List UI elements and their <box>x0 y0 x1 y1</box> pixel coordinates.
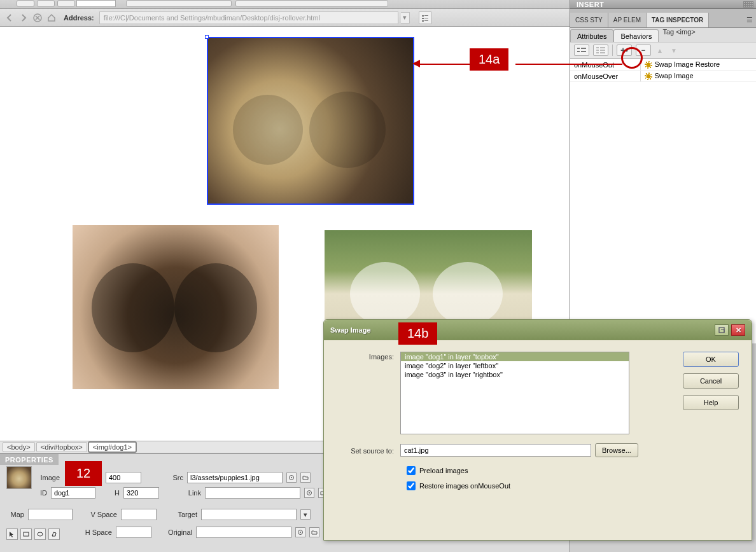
subtab-attributes[interactable]: Attributes <box>570 29 613 42</box>
toolbar-button[interactable] <box>17 0 34 7</box>
toolbar-fragment <box>0 0 570 9</box>
tab-tag-inspector[interactable]: TAG INSPECTOR <box>647 13 709 27</box>
id-label: ID <box>38 489 47 497</box>
target-label: Target <box>169 511 197 518</box>
dialog-close-icon[interactable]: ✕ <box>731 324 745 336</box>
tag-indicator: Tag <img> <box>662 28 695 42</box>
images-label: Images: <box>337 352 400 434</box>
browse-button[interactable]: Browse... <box>595 443 638 457</box>
insert-panel-header[interactable]: INSERT <box>570 0 756 9</box>
svg-rect-5 <box>422 20 424 22</box>
map-label: Map <box>6 511 24 518</box>
list-item[interactable]: image "dog3" in layer "rightbox" <box>401 370 629 379</box>
original-input[interactable] <box>196 527 291 538</box>
dialog-titlebar[interactable]: Swap Image ✕ <box>324 320 752 340</box>
list-item[interactable]: image "dog2" in layer "leftbox" <box>401 361 629 370</box>
move-up-icon[interactable]: ▲ <box>655 47 665 54</box>
view-options-icon[interactable] <box>419 11 431 24</box>
browse-folder-icon[interactable] <box>309 527 319 537</box>
breadcrumb[interactable]: <div#topbox> <box>36 442 87 452</box>
breadcrumb[interactable]: <body> <box>3 442 35 452</box>
dialog-minimize-icon[interactable] <box>715 324 729 336</box>
width-input[interactable] <box>106 472 141 483</box>
panel-grip-icon[interactable] <box>743 1 753 8</box>
preload-checkbox[interactable] <box>407 466 416 475</box>
move-down-icon[interactable]: ▼ <box>669 47 679 54</box>
address-dropdown-icon[interactable]: ▾ <box>401 12 410 24</box>
dialog-button-column: OK Cancel Help <box>683 352 739 410</box>
svg-rect-2 <box>424 15 428 16</box>
svg-rect-25 <box>719 328 724 333</box>
address-input[interactable]: file:///C|/Documents and Settings/mbudim… <box>99 11 398 24</box>
forward-icon[interactable] <box>18 12 29 24</box>
address-label: Address: <box>64 14 94 22</box>
point-to-file-icon[interactable] <box>286 473 297 483</box>
svg-point-14 <box>300 532 301 533</box>
pointer-tool-icon[interactable] <box>6 528 18 540</box>
height-input[interactable] <box>123 487 159 499</box>
behavior-row[interactable]: onMouseOver Swap Image <box>570 71 756 82</box>
hspace-input[interactable] <box>116 527 151 538</box>
tab-css-styles[interactable]: CSS STY <box>570 13 608 27</box>
rect-hotspot-icon[interactable] <box>20 528 32 540</box>
images-listbox[interactable]: image "dog1" in layer "topbox" image "do… <box>400 352 629 434</box>
home-icon[interactable] <box>46 12 57 24</box>
original-label: Original <box>164 528 192 536</box>
link-input[interactable] <box>205 487 300 499</box>
vspace-input[interactable] <box>121 509 157 520</box>
toolbar-button[interactable] <box>37 0 55 7</box>
src-label: Src <box>168 474 183 481</box>
gear-icon <box>645 72 652 80</box>
toolbar-select[interactable] <box>235 0 388 7</box>
annotation-arrowhead <box>412 60 420 67</box>
resize-handle[interactable] <box>205 35 209 39</box>
panel-menu-icon[interactable]: ☰ <box>743 13 756 27</box>
toolbar-select[interactable] <box>76 0 116 7</box>
restore-checkbox[interactable] <box>407 481 416 490</box>
oval-hotspot-icon[interactable] <box>34 528 46 540</box>
behaviors-toolbar: +▾ − ▲ ▼ <box>570 42 756 59</box>
point-to-file-icon[interactable] <box>295 527 305 537</box>
subtab-behaviors[interactable]: Behaviors <box>613 29 659 42</box>
svg-point-12 <box>38 532 43 536</box>
set-source-input[interactable] <box>400 444 591 457</box>
point-to-file-icon[interactable] <box>304 488 314 498</box>
inspector-panel-tabs: CSS STY AP ELEM TAG INSPECTOR ☰ <box>570 13 756 28</box>
back-icon[interactable] <box>4 12 15 24</box>
toolbar-select[interactable] <box>126 0 232 7</box>
src-input[interactable] <box>187 472 283 483</box>
toolbar-button[interactable] <box>57 0 75 7</box>
show-all-events-icon[interactable] <box>593 45 608 56</box>
list-item[interactable]: image "dog1" in layer "topbox" <box>401 352 629 361</box>
restore-checkbox-row: Restore images onMouseOut <box>407 481 739 490</box>
annotation-arrow <box>515 64 622 65</box>
svg-rect-1 <box>422 15 424 17</box>
target-input[interactable] <box>201 509 297 520</box>
help-button[interactable]: Help <box>683 395 739 410</box>
hspace-label: H Space <box>80 528 112 536</box>
svg-rect-15 <box>577 48 580 49</box>
address-bar: Address: file:///C|/Documents and Settin… <box>0 9 570 27</box>
map-input[interactable] <box>28 509 73 520</box>
properties-tab[interactable]: PROPERTIES <box>0 454 59 465</box>
svg-rect-11 <box>24 532 29 536</box>
annotation-circle <box>621 47 643 69</box>
svg-rect-18 <box>581 51 586 52</box>
tag-inspector-subtabs: Attributes Behaviors Tag <img> <box>570 28 756 42</box>
svg-rect-24 <box>600 52 605 53</box>
tab-ap-elements[interactable]: AP ELEM <box>608 13 647 27</box>
poly-hotspot-icon[interactable] <box>48 528 60 540</box>
set-source-label: Set source to: <box>337 446 400 455</box>
cancel-button[interactable]: Cancel <box>683 373 739 389</box>
id-input[interactable] <box>51 487 95 499</box>
stop-icon[interactable] <box>32 12 43 24</box>
image-dog2[interactable] <box>73 225 279 389</box>
annotation-12: 12 <box>65 461 102 486</box>
breadcrumb[interactable]: <img#dog1> <box>88 442 136 452</box>
dropdown-icon[interactable]: ▾ <box>300 509 311 520</box>
behaviors-list[interactable]: onMouseOut Swap Image Restore onMouseOve… <box>570 59 756 343</box>
ok-button[interactable]: OK <box>683 352 739 367</box>
image-dog1[interactable] <box>207 38 414 204</box>
browse-folder-icon[interactable] <box>300 473 311 483</box>
show-set-events-icon[interactable] <box>574 45 589 56</box>
